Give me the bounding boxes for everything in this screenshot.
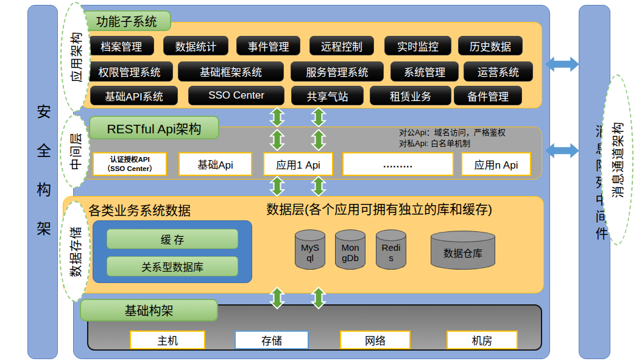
auth-api-line2: （SSO Center） <box>104 164 157 173</box>
subsystem-box: 服务管理系统 <box>291 61 384 82</box>
api-note-private: 对私Api: 白名单机制 <box>399 138 545 149</box>
auth-api-box: 认证授权API （SSO Center） <box>93 152 167 176</box>
double-arrow-vertical-icon <box>269 176 285 197</box>
double-arrow-horizontal-icon <box>545 55 580 74</box>
double-arrow-vertical-icon <box>269 287 285 309</box>
cylinder-label: Redis <box>380 243 402 264</box>
relational-db-box: 关系型数据库 <box>107 256 238 276</box>
application-architecture-label: 应用架构 <box>67 32 85 83</box>
appn-api-box: 应用n Api <box>461 152 531 176</box>
api-policy-note: 对公Api：域名访问，严格鉴权 对私Api: 白名单机制 <box>399 127 545 149</box>
cylinder-label: MongDb <box>339 243 361 264</box>
double-arrow-vertical-icon <box>311 176 327 197</box>
storage-box: 存储 <box>235 331 309 349</box>
double-arrow-vertical-icon <box>269 129 285 151</box>
server-room-box: 机房 <box>447 331 518 349</box>
message-channel-label: 消息通道架构 <box>609 122 626 198</box>
business-db-container: 缓 存 关系型数据库 <box>93 220 252 283</box>
subsystem-box: 备件管理 <box>454 86 522 105</box>
database-cylinder-warehouse: 数据仓库 <box>431 231 495 270</box>
app1-api-box: 应用1 Api <box>263 152 333 176</box>
base-api-box: 基础Api <box>178 152 252 176</box>
security-bar-label: 安全构架 <box>28 5 57 359</box>
subsystem-box: 档案管理 <box>88 36 154 55</box>
architecture-diagram: 安全构架 消息队列中间件 功能子系统 档案管理 数据统计 事件管理 远程控制 实… <box>0 0 639 364</box>
database-cylinder-redis: Redis <box>376 229 406 270</box>
middle-layer-label: 中间层 <box>66 132 84 170</box>
cache-box: 缓 存 <box>107 229 238 249</box>
subsystem-box: 远程控制 <box>309 36 374 55</box>
subsystem-box: 租赁业务 <box>370 86 451 105</box>
api-section-label: RESTful Api架构 <box>89 116 219 139</box>
business-data-heading: 各类业务系统数据 <box>88 200 191 219</box>
double-arrow-vertical-icon <box>311 107 327 127</box>
subsystem-box: 系统管理 <box>390 61 459 82</box>
security-bar: 安全构架 <box>27 5 58 359</box>
data-storage-oval: 数据存储 <box>59 201 91 302</box>
subsystem-box: 共享气站 <box>291 86 364 105</box>
double-arrow-vertical-icon <box>269 107 285 127</box>
data-layer-heading: 数据层(各个应用可拥有独立的库和缓存) <box>266 199 492 217</box>
auth-api-line1: 认证授权API <box>110 155 149 164</box>
subsystem-box: 历史数据 <box>458 36 523 55</box>
network-box: 网络 <box>340 331 411 349</box>
subsystem-box: 数据统计 <box>163 36 228 55</box>
double-arrow-horizontal-icon <box>545 141 580 160</box>
double-arrow-vertical-icon <box>311 129 327 151</box>
cylinder-label: MySql <box>299 243 321 264</box>
middle-layer-oval: 中间层 <box>60 114 90 188</box>
subsystems-label: 功能子系统 <box>82 10 171 31</box>
database-cylinder-mysql: MySql <box>295 229 325 270</box>
api-note-public: 对公Api：域名访问，严格鉴权 <box>399 127 545 138</box>
subsystem-box: 权限管理系统 <box>86 61 173 82</box>
data-storage-label: 数据存储 <box>66 226 84 277</box>
subsystem-box: 实时监控 <box>384 36 451 55</box>
subsystem-box: 基础框架系统 <box>178 61 284 82</box>
message-channel-oval: 消息通道架构 <box>601 74 634 245</box>
database-cylinder-mongodb: MongDb <box>335 229 365 270</box>
application-architecture-oval: 应用架构 <box>60 2 91 112</box>
infrastructure-label: 基础构架 <box>80 299 218 321</box>
subsystem-box: 事件管理 <box>236 36 300 55</box>
subsystem-box: 运营系统 <box>464 61 533 82</box>
host-box: 主机 <box>130 331 205 349</box>
ellipsis-api-box: ......... <box>342 152 454 176</box>
subsystem-box: 基础API系统 <box>90 86 178 105</box>
double-arrow-vertical-icon <box>311 287 327 309</box>
subsystem-box: SSO Center <box>188 86 284 105</box>
cylinder-label: 数据仓库 <box>436 248 490 259</box>
